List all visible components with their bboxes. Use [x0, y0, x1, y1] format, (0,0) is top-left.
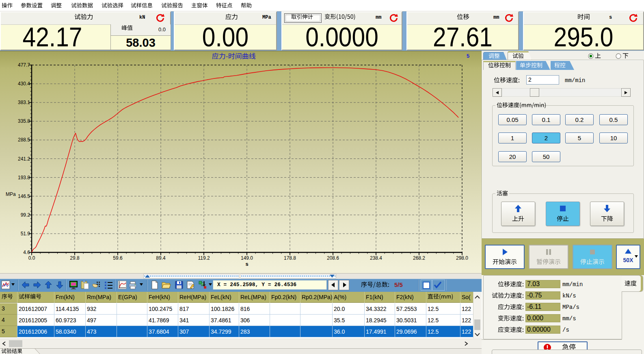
svg-text:241.2: 241.2: [18, 156, 30, 162]
svg-text:99.2: 99.2: [21, 212, 30, 218]
svg-text:238.4: 238.4: [370, 255, 382, 261]
svg-text:5: 5: [467, 53, 469, 59]
svg-text:178.8: 178.8: [284, 255, 296, 261]
svg-text:29.8: 29.8: [70, 255, 80, 261]
svg-text:MPa: MPa: [6, 191, 16, 197]
svg-text:89.4: 89.4: [156, 255, 166, 261]
svg-text:146.5: 146.5: [18, 193, 30, 199]
svg-text:119.2: 119.2: [198, 255, 210, 261]
svg-text:335.8: 335.8: [18, 118, 30, 124]
svg-text:268.2: 268.2: [413, 255, 425, 261]
svg-text:59.6: 59.6: [113, 255, 123, 261]
svg-text:298.0: 298.0: [456, 255, 468, 261]
svg-text:51.9: 51.9: [21, 231, 30, 237]
svg-text:288.5: 288.5: [18, 137, 30, 143]
svg-text:4.6: 4.6: [23, 250, 30, 255]
svg-text:477.7: 477.7: [18, 62, 30, 68]
svg-text:s: s: [245, 261, 248, 267]
svg-text:0.0: 0.0: [28, 255, 35, 261]
svg-text:149.0: 149.0: [241, 255, 253, 261]
svg-text:208.6: 208.6: [327, 255, 339, 261]
svg-text:430.4: 430.4: [18, 81, 30, 87]
svg-text:193.8: 193.8: [18, 175, 30, 180]
svg-text:383.1: 383.1: [18, 100, 30, 105]
